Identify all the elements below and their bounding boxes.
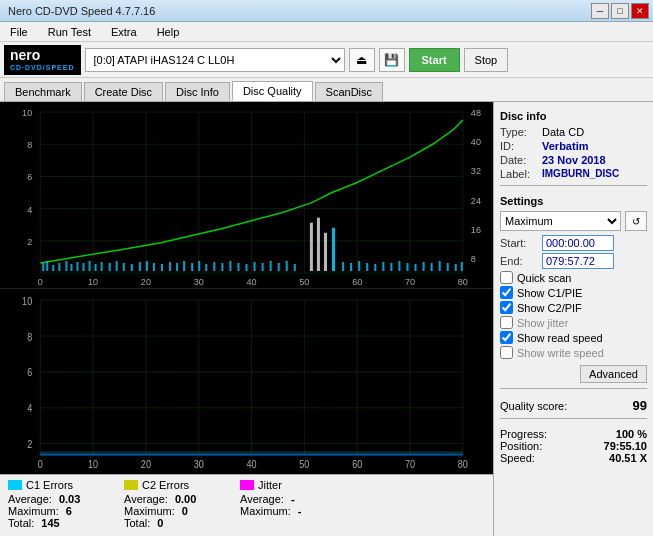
main-content: 10 8 6 4 2 48 40 32 24 16 8 0 10 20 30 4…	[0, 102, 653, 536]
disc-date-val: 23 Nov 2018	[542, 154, 606, 166]
svg-text:2: 2	[27, 439, 32, 451]
svg-rect-77	[358, 261, 360, 271]
show-read-speed-checkbox[interactable]	[500, 331, 513, 344]
jitter-max-key: Maximum:	[240, 505, 291, 517]
show-c1pie-checkbox[interactable]	[500, 286, 513, 299]
c2-max-row: Maximum: 0	[124, 505, 224, 517]
svg-text:50: 50	[299, 277, 309, 287]
menu-help[interactable]: Help	[151, 24, 186, 40]
svg-rect-61	[221, 263, 223, 271]
show-read-speed-row: Show read speed	[500, 331, 647, 344]
svg-rect-68	[278, 263, 280, 271]
menu-run-test[interactable]: Run Test	[42, 24, 97, 40]
start-button[interactable]: Start	[409, 48, 460, 72]
jitter-avg-key: Average:	[240, 493, 284, 505]
show-c1pie-row: Show C1/PIE	[500, 286, 647, 299]
show-write-speed-checkbox[interactable]	[500, 346, 513, 359]
disc-label-val: IMGBURN_DISC	[542, 168, 619, 180]
svg-rect-50	[139, 262, 141, 271]
show-c2pif-row: Show C2/PIF	[500, 301, 647, 314]
drive-select[interactable]: [0:0] ATAPI iHAS124 C LL0H	[85, 48, 345, 72]
chart-bottom-svg: 10 8 6 4 2 0 10 20 30 40 50 60 70 80	[0, 289, 493, 474]
svg-rect-52	[153, 263, 155, 271]
chart-top-svg: 10 8 6 4 2 48 40 32 24 16 8 0 10 20 30 4…	[0, 102, 493, 288]
disc-id-row: ID: Verbatim	[500, 140, 647, 152]
svg-text:10: 10	[88, 459, 98, 471]
show-c2pif-checkbox[interactable]	[500, 301, 513, 314]
disc-type-key: Type:	[500, 126, 538, 138]
svg-text:80: 80	[458, 277, 468, 287]
svg-rect-35	[42, 263, 44, 271]
svg-rect-47	[116, 261, 118, 271]
svg-rect-76	[350, 263, 352, 271]
disc-date-key: Date:	[500, 154, 538, 166]
title-bar: Nero CD-DVD Speed 4.7.7.16 ─ □ ✕	[0, 0, 653, 22]
c2-avg-key: Average:	[124, 493, 168, 505]
menu-file[interactable]: File	[4, 24, 34, 40]
menu-bar: File Run Test Extra Help	[0, 22, 653, 42]
save-button[interactable]: 💾	[379, 48, 405, 72]
svg-rect-62	[229, 261, 231, 271]
tab-disc-info[interactable]: Disc Info	[165, 82, 230, 101]
end-time-key: End:	[500, 255, 538, 267]
svg-rect-86	[431, 263, 433, 271]
start-time-row: Start:	[500, 235, 647, 251]
svg-rect-38	[58, 263, 60, 271]
advanced-button[interactable]: Advanced	[580, 365, 647, 383]
start-time-input[interactable]	[542, 235, 614, 251]
close-button[interactable]: ✕	[631, 3, 649, 19]
svg-text:0: 0	[38, 459, 43, 471]
menu-extra[interactable]: Extra	[105, 24, 143, 40]
end-time-input[interactable]	[542, 253, 614, 269]
stop-button[interactable]: Stop	[464, 48, 509, 72]
refresh-button[interactable]: ↺	[625, 211, 647, 231]
tab-disc-quality[interactable]: Disc Quality	[232, 81, 313, 101]
c1-max-row: Maximum: 6	[8, 505, 108, 517]
svg-rect-37	[52, 265, 54, 271]
svg-text:48: 48	[471, 108, 481, 118]
svg-rect-57	[191, 263, 193, 271]
show-c1pie-label: Show C1/PIE	[517, 287, 582, 299]
svg-rect-88	[447, 263, 449, 271]
c1-max-key: Maximum:	[8, 505, 59, 517]
maximize-button[interactable]: □	[611, 3, 629, 19]
jitter-max-row: Maximum: -	[240, 505, 340, 517]
legend: C1 Errors Average: 0.03 Maximum: 6 Total…	[0, 474, 493, 536]
svg-rect-53	[161, 264, 163, 271]
svg-rect-39	[65, 261, 67, 271]
speed-select[interactable]: Maximum	[500, 211, 621, 231]
svg-rect-66	[262, 263, 264, 271]
eject-button[interactable]: ⏏	[349, 48, 375, 72]
jitter-label: Jitter	[258, 479, 282, 491]
svg-text:8: 8	[27, 140, 32, 150]
toolbar: nero CD·DVD/SPEED [0:0] ATAPI iHAS124 C …	[0, 42, 653, 78]
svg-text:8: 8	[27, 331, 32, 343]
legend-c1: C1 Errors Average: 0.03 Maximum: 6 Total…	[8, 479, 108, 529]
quick-scan-checkbox[interactable]	[500, 271, 513, 284]
jitter-color-swatch	[240, 480, 254, 490]
speed-value: 40.51 X	[609, 452, 647, 464]
c1-total-key: Total:	[8, 517, 34, 529]
position-value: 79:55.10	[604, 440, 647, 452]
svg-rect-58	[198, 261, 200, 271]
show-jitter-checkbox[interactable]	[500, 316, 513, 329]
svg-text:0: 0	[38, 277, 43, 287]
tab-create-disc[interactable]: Create Disc	[84, 82, 163, 101]
c2-avg-val: 0.00	[175, 493, 196, 505]
tab-scan-disc[interactable]: ScanDisc	[315, 82, 383, 101]
quality-score-row: Quality score: 99	[500, 398, 647, 413]
disc-info-title: Disc info	[500, 110, 647, 122]
svg-text:6: 6	[27, 367, 32, 379]
minimize-button[interactable]: ─	[591, 3, 609, 19]
c1-label: C1 Errors	[26, 479, 73, 491]
svg-text:60: 60	[352, 277, 362, 287]
svg-text:10: 10	[22, 295, 32, 307]
svg-rect-54	[169, 262, 171, 271]
nero-logo: nero CD·DVD/SPEED	[4, 45, 81, 75]
c2-label: C2 Errors	[142, 479, 189, 491]
svg-text:20: 20	[141, 277, 151, 287]
show-write-speed-label: Show write speed	[517, 347, 604, 359]
tab-benchmark[interactable]: Benchmark	[4, 82, 82, 101]
progress-label: Progress:	[500, 428, 547, 440]
svg-rect-82	[398, 261, 400, 271]
